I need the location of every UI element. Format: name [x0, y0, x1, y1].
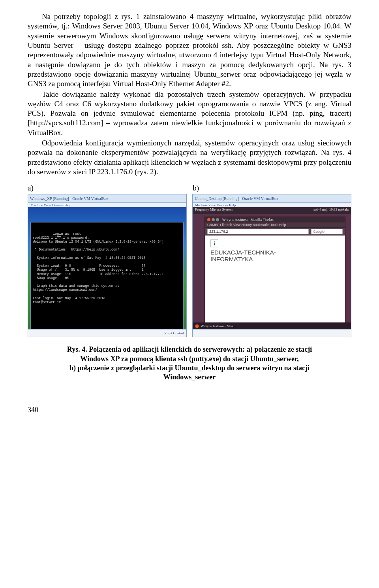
paragraph-1: Na potrzeby topologii z rys. 1 zainstalo… [28, 12, 351, 89]
paragraph-3: Odpowiednia konfiguracja wymienionych na… [28, 138, 351, 177]
firefox-icon[interactable]: ⬤ [195, 324, 199, 328]
putty-terminal[interactable]: root@serwer: ~ login as: root root@223.1… [30, 222, 184, 331]
vbox-titlebar-b: Ubuntu_Desktop [Running] - Oracle VM Vir… [193, 194, 351, 203]
putty-output: login as: root root@223.1.177.1's passwo… [33, 232, 164, 304]
vbox-title-a: Windows_XP [Running] - Oracle VM Virtual… [30, 196, 109, 201]
page-heading-line2: INFORMATYKA [210, 256, 340, 262]
window-controls[interactable] [207, 218, 219, 221]
caption-line4: Windows_serwer [163, 373, 216, 381]
label-a: a) [28, 184, 186, 192]
gnome-panel-left: Programy Miejsca System [195, 207, 233, 214]
firefox-menubar[interactable]: CRMEF File Edit View History Bookmarks T… [205, 222, 345, 228]
vbox-titlebar-a: Windows_XP [Running] - Oracle VM Virtual… [28, 194, 186, 203]
caption-line1: Rys. 4. Połączenia od aplikacji kliencki… [67, 345, 312, 353]
minimize-icon[interactable] [212, 218, 215, 221]
screenshot-ubuntu: Ubuntu_Desktop [Running] - Oracle VM Vir… [192, 194, 351, 337]
ubuntu-desktop: Programy Miejsca System sob 4 maj, 19:33… [193, 207, 351, 330]
taskbar-entry[interactable]: Witryna testowa - Moz... [201, 324, 236, 328]
screenshot-winxp: Windows_XP [Running] - Oracle VM Virtual… [28, 194, 187, 337]
info-icon: i [210, 239, 218, 247]
firefox-toolbar: 223.1.176.2 Google [205, 228, 345, 236]
close-icon[interactable] [207, 218, 210, 221]
caption-line2: Windows XP za pomocą klienta ssh (putty.… [80, 355, 299, 363]
vbox-statusbar-a: Right Control [28, 329, 186, 337]
page-heading-line1: EDUKACJA-TECHNIKA- [210, 249, 340, 256]
xp-desktop: root@serwer: ~ login as: root root@223.1… [28, 207, 186, 330]
address-bar[interactable]: 223.1.176.2 [207, 229, 309, 234]
figure-caption: Rys. 4. Połączenia od aplikacji kliencki… [28, 345, 351, 382]
label-b: b) [190, 184, 351, 192]
firefox-window[interactable]: Witryna testowa - Mozilla Firefox CRMEF … [205, 217, 345, 323]
firefox-titlebar: Witryna testowa - Mozilla Firefox [205, 217, 345, 222]
maximize-icon[interactable] [216, 218, 219, 221]
search-field[interactable]: Google [311, 229, 343, 234]
gnome-panel: Programy Miejsca System sob 4 maj, 19:33… [193, 207, 351, 214]
caption-line3: b) połączenie z przeglądarki stacji Ubun… [69, 364, 310, 372]
firefox-title-text: Witryna testowa - Mozilla Firefox [222, 218, 274, 222]
host-key-label: Right Control [164, 331, 184, 335]
vbox-title-b: Ubuntu_Desktop [Running] - Oracle VM Vir… [195, 196, 278, 201]
firefox-viewport: i EDUKACJA-TECHNIKA- INFORMATYKA [205, 236, 345, 322]
page-number: 340 [28, 406, 351, 414]
screenshots-row: Windows_XP [Running] - Oracle VM Virtual… [28, 194, 351, 337]
paragraph-2: Takie dowiązanie należy wykonać dla pozo… [28, 90, 351, 138]
subfigure-labels: a) b) [28, 184, 351, 192]
gnome-panel-right: sob 4 maj, 19:33 rpekala [313, 207, 349, 214]
gnome-taskbar: ⬤ Witryna testowa - Moz... [193, 322, 351, 330]
vbox-statusbar-b [193, 329, 351, 337]
